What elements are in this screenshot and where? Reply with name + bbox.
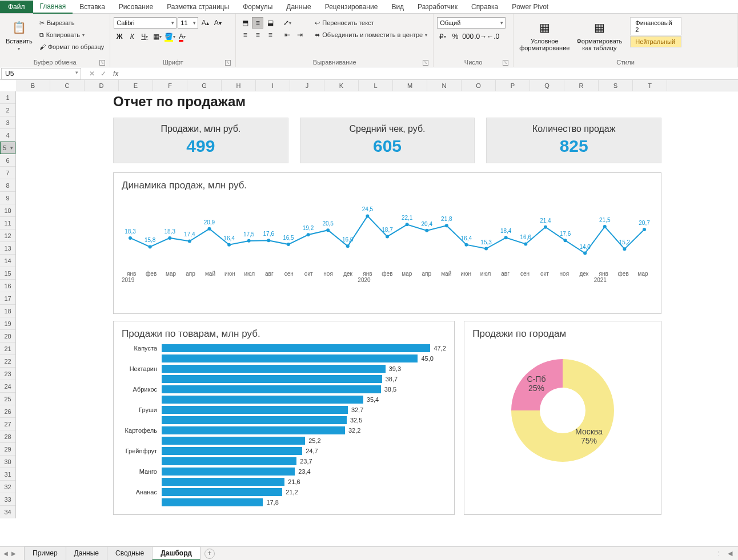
paste-button[interactable]: 📋 Вставить▾ (3, 17, 35, 53)
col-header-R[interactable]: R (564, 80, 599, 91)
fx-icon[interactable]: fx (113, 70, 118, 78)
row-header-3[interactable]: 3 (0, 116, 15, 129)
bar-chart-box[interactable]: Продажи по товарам, млн руб. Капуста47,2… (113, 321, 455, 515)
row-header-27[interactable]: 27 (0, 418, 15, 430)
merge-button[interactable]: ⬌Объединить и поместить в центре ▾ (312, 29, 430, 41)
wrap-text-button[interactable]: ↩Переносить текст (312, 17, 430, 29)
sheet-nav-next-icon[interactable]: ▶ (11, 550, 16, 557)
ribbon-tab-10[interactable]: Справка (464, 1, 505, 13)
col-header-K[interactable]: K (324, 80, 359, 91)
sheet-tab-Сводные[interactable]: Сводные (107, 546, 153, 560)
col-header-P[interactable]: P (496, 80, 530, 91)
ribbon-tab-6[interactable]: Данные (279, 1, 318, 13)
underline-button[interactable]: Ч▾ (139, 31, 150, 42)
row-header-17[interactable]: 17 (0, 292, 15, 305)
col-header-D[interactable]: D (85, 80, 119, 91)
row-header-5[interactable]: 5 (0, 142, 15, 154)
ribbon-tab-9[interactable]: Разработчик (411, 1, 464, 13)
align-center-icon[interactable]: ≡ (252, 29, 263, 41)
align-middle-icon[interactable]: ≡ (252, 17, 263, 29)
row-header-30[interactable]: 30 (0, 456, 15, 468)
add-sheet-button[interactable]: + (204, 549, 215, 559)
sheet-nav-prev-icon[interactable]: ◀ (3, 550, 8, 557)
ribbon-tab-3[interactable]: Рисование (112, 1, 160, 13)
italic-button[interactable]: К (126, 31, 138, 42)
row-header-29[interactable]: 29 (0, 443, 15, 456)
row-header-24[interactable]: 24 (0, 380, 15, 393)
format-as-table-button[interactable]: ▦ Форматировать как таблицу (574, 17, 624, 53)
line-chart-box[interactable]: Динамика продаж, млн руб. 18,315,818,317… (113, 172, 661, 314)
row-header-33[interactable]: 33 (0, 493, 15, 506)
fill-color-button[interactable]: 🪣▾ (164, 31, 175, 42)
increase-indent-icon[interactable]: ⇥ (294, 29, 306, 41)
orientation-icon[interactable]: ⤢▾ (282, 17, 293, 29)
align-top-icon[interactable]: ⬒ (239, 17, 251, 29)
launcher-icon[interactable]: ⤡ (99, 60, 105, 66)
ribbon-tab-0[interactable]: Файл (0, 1, 33, 13)
row-header-22[interactable]: 22 (0, 355, 15, 368)
accept-formula-icon[interactable]: ✓ (98, 70, 109, 78)
col-header-G[interactable]: G (187, 80, 222, 91)
row-header-13[interactable]: 13 (0, 242, 15, 255)
row-header-8[interactable]: 8 (0, 179, 15, 192)
col-header-E[interactable]: E (119, 80, 153, 91)
row-header-14[interactable]: 14 (0, 255, 15, 267)
tab-split-icon[interactable]: ⋮ (716, 550, 722, 557)
font-size-select[interactable]: 11 (178, 17, 198, 29)
row-header-26[interactable]: 26 (0, 405, 15, 418)
cut-button[interactable]: ✂Вырезать (37, 17, 107, 29)
scroll-left-icon[interactable]: ◀ (728, 550, 732, 557)
col-header-M[interactable]: M (393, 80, 427, 91)
row-header-21[interactable]: 21 (0, 343, 15, 355)
col-header-O[interactable]: O (462, 80, 496, 91)
ribbon-tab-2[interactable]: Вставка (73, 1, 112, 13)
name-box[interactable]: U5 (1, 68, 81, 79)
increase-decimal-icon[interactable]: .0→ (475, 31, 486, 42)
font-name-select[interactable]: Calibri (114, 17, 177, 29)
launcher-icon[interactable]: ⤡ (225, 60, 231, 66)
row-header-15[interactable]: 15 (0, 267, 15, 280)
row-header-16[interactable]: 16 (0, 280, 15, 292)
row-header-25[interactable]: 25 (0, 393, 15, 405)
row-header-7[interactable]: 7 (0, 167, 15, 179)
decrease-decimal-icon[interactable]: ←.0 (487, 31, 499, 42)
ribbon-tab-5[interactable]: Формулы (236, 1, 279, 13)
launcher-icon[interactable]: ⤡ (423, 60, 428, 66)
ribbon-tab-4[interactable]: Разметка страницы (160, 1, 236, 13)
border-button[interactable]: ▦▾ (151, 31, 163, 42)
row-header-10[interactable]: 10 (0, 204, 15, 217)
sheet-canvas[interactable]: Отчет по продажам Продажи, млн руб.499Ср… (16, 91, 738, 537)
row-header-31[interactable]: 31 (0, 468, 15, 481)
ribbon-tab-1[interactable]: Главная (33, 0, 73, 14)
row-header-18[interactable]: 18 (0, 305, 15, 317)
cancel-formula-icon[interactable]: ✕ (87, 70, 97, 78)
conditional-format-button[interactable]: ▦ Условное форматирование (517, 17, 572, 53)
col-header-J[interactable]: J (290, 80, 324, 91)
number-format-select[interactable]: Общий (437, 17, 506, 29)
decrease-font-icon[interactable]: A▾ (212, 17, 223, 29)
row-header-6[interactable]: 6 (0, 154, 15, 167)
col-header-T[interactable]: T (633, 80, 667, 91)
sheet-tab-Дашборд[interactable]: Дашборд (152, 546, 200, 560)
font-color-button[interactable]: A▾ (177, 31, 188, 42)
row-header-23[interactable]: 23 (0, 368, 15, 380)
align-bottom-icon[interactable]: ⬓ (264, 17, 276, 29)
col-header-I[interactable]: I (256, 80, 290, 91)
cell-style-financial[interactable]: Финансовый 2 (630, 17, 681, 35)
bold-button[interactable]: Ж (114, 31, 125, 42)
percent-icon[interactable]: % (450, 31, 461, 42)
row-header-32[interactable]: 32 (0, 481, 15, 493)
align-left-icon[interactable]: ≡ (239, 29, 251, 41)
formula-input[interactable] (122, 70, 738, 78)
col-header-H[interactable]: H (222, 80, 256, 91)
col-header-F[interactable]: F (153, 80, 187, 91)
col-header-B[interactable]: B (16, 80, 50, 91)
row-header-19[interactable]: 19 (0, 317, 15, 330)
sheet-tab-Данные[interactable]: Данные (66, 546, 107, 560)
ribbon-tab-11[interactable]: Power Pivot (505, 1, 555, 13)
row-header-1[interactable]: 1 (0, 91, 15, 104)
row-header-20[interactable]: 20 (0, 330, 15, 343)
decrease-indent-icon[interactable]: ⇤ (282, 29, 293, 41)
cell-style-neutral[interactable]: Нейтральный (630, 36, 681, 47)
row-header-34[interactable]: 34 (0, 506, 15, 518)
